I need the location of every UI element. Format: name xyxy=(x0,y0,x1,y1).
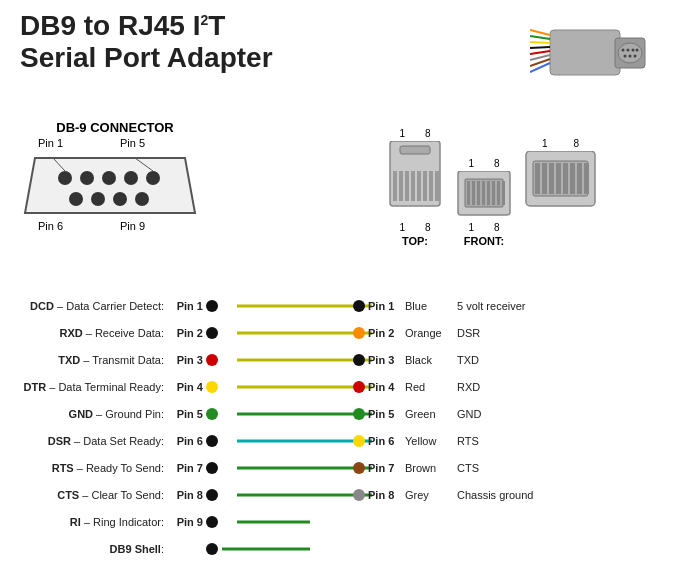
rj45-top-bot1: 1 xyxy=(399,222,405,233)
svg-rect-38 xyxy=(435,171,439,201)
db9-pin-label-2: Pin 3 xyxy=(168,354,206,366)
title-line1: DB9 to RJ45 I2T xyxy=(20,10,273,42)
rj45-top-pin1: 1 xyxy=(399,128,405,139)
svg-rect-43 xyxy=(477,181,480,205)
rj45-color-1: Orange xyxy=(405,327,457,339)
svg-point-22 xyxy=(146,171,160,185)
row-label-6: RTS – Ready To Send: xyxy=(0,462,168,474)
db9-dot-0 xyxy=(206,300,218,312)
db9-dot-9 xyxy=(206,543,218,555)
svg-rect-31 xyxy=(393,171,397,201)
rj45-signal-1: DSR xyxy=(457,327,480,339)
rj45-section: 1 8 xyxy=(385,128,598,247)
wire-space-0 xyxy=(218,292,353,319)
svg-point-4 xyxy=(627,49,630,52)
svg-rect-52 xyxy=(542,163,547,194)
title-area: DB9 to RJ45 I2T Serial Port Adapter xyxy=(20,10,273,74)
rj45-signal-7: Chassis ground xyxy=(457,489,533,501)
rj45-front-bot1: 1 xyxy=(468,222,474,233)
svg-rect-0 xyxy=(550,30,620,75)
rj45-front-pin8: 8 xyxy=(494,158,500,169)
svg-rect-51 xyxy=(535,163,540,194)
db9-pin-label-8: Pin 9 xyxy=(168,516,206,528)
wire-row-9: DB9 Shell: xyxy=(0,535,690,562)
rj45-dot-6 xyxy=(353,462,365,474)
wire-space-5 xyxy=(218,427,353,454)
rj45-dot-2 xyxy=(353,354,365,366)
rj45-pin-label-6: Pin 7 xyxy=(365,462,405,474)
svg-rect-45 xyxy=(487,181,490,205)
db9-dot-3 xyxy=(206,381,218,393)
svg-rect-46 xyxy=(492,181,495,205)
rj45-front-label: FRONT: xyxy=(464,235,504,247)
svg-point-8 xyxy=(629,55,632,58)
wire-row-8: RI – Ring Indicator:Pin 9 xyxy=(0,508,690,535)
rj45-pin-label-7: Pin 8 xyxy=(365,489,405,501)
svg-rect-57 xyxy=(577,163,582,194)
wire-row-6: RTS – Ready To Send:Pin 7Pin 7BrownCTS xyxy=(0,454,690,481)
rj45-front-bot8: 8 xyxy=(494,222,500,233)
db9-dot-1 xyxy=(206,327,218,339)
svg-point-20 xyxy=(102,171,116,185)
db9-dot-4 xyxy=(206,408,218,420)
svg-rect-48 xyxy=(502,181,505,205)
rj45-pin-label-2: Pin 3 xyxy=(365,354,405,366)
db9-pin-label-4: Pin 5 xyxy=(168,408,206,420)
svg-point-24 xyxy=(91,192,105,206)
rj45-signal-2: TXD xyxy=(457,354,479,366)
rj45-color-7: Grey xyxy=(405,489,457,501)
svg-line-14 xyxy=(530,51,550,54)
rj45-top-bot8: 8 xyxy=(425,222,431,233)
svg-rect-41 xyxy=(467,181,470,205)
db9-pin-label-7: Pin 8 xyxy=(168,489,206,501)
rj45-dot-5 xyxy=(353,435,365,447)
rj45-color-6: Brown xyxy=(405,462,457,474)
rj45-signal-5: RTS xyxy=(457,435,479,447)
rj45-signal-0: 5 volt receiver xyxy=(457,300,525,312)
db9-pin-label-6: Pin 7 xyxy=(168,462,206,474)
svg-rect-42 xyxy=(472,181,475,205)
row-label-5: DSR – Data Set Ready: xyxy=(0,435,168,447)
rj45-pin-label-5: Pin 6 xyxy=(365,435,405,447)
svg-point-25 xyxy=(113,192,127,206)
svg-line-10 xyxy=(530,30,550,35)
svg-point-21 xyxy=(124,171,138,185)
wire-space-2 xyxy=(218,346,353,373)
db9-pin5-label: Pin 5 xyxy=(120,137,145,149)
adapter-image xyxy=(530,10,670,100)
row-label-1: RXD – Receive Data: xyxy=(0,327,168,339)
wire-space-7 xyxy=(218,481,353,508)
row-label-9: DB9 Shell: xyxy=(0,543,168,555)
rj45-right-pin8: 8 xyxy=(574,138,580,149)
db9-dot-8 xyxy=(206,516,218,528)
wire-space-3 xyxy=(218,373,353,400)
svg-point-18 xyxy=(58,171,72,185)
svg-rect-30 xyxy=(400,146,430,154)
svg-point-3 xyxy=(622,49,625,52)
svg-rect-56 xyxy=(570,163,575,194)
db9-dot-5 xyxy=(206,435,218,447)
wire-row-0: DCD – Data Carrier Detect:Pin 1Pin 1Blue… xyxy=(0,292,690,319)
svg-rect-47 xyxy=(497,181,500,205)
db9-dot-2 xyxy=(206,354,218,366)
svg-point-6 xyxy=(636,49,639,52)
row-label-4: GND – Ground Pin: xyxy=(0,408,168,420)
wire-row-3: DTR – Data Terminal Ready:Pin 4Pin 4RedR… xyxy=(0,373,690,400)
rj45-pin-label-1: Pin 2 xyxy=(365,327,405,339)
db9-pin9-label: Pin 9 xyxy=(120,220,145,232)
wire-row-2: TXD – Transmit Data:Pin 3Pin 3BlackTXD xyxy=(0,346,690,373)
wire-space-1 xyxy=(218,319,353,346)
row-label-8: RI – Ring Indicator: xyxy=(0,516,168,528)
svg-rect-34 xyxy=(411,171,415,201)
rj45-pin-label-4: Pin 5 xyxy=(365,408,405,420)
rj45-signal-3: RXD xyxy=(457,381,480,393)
svg-rect-33 xyxy=(405,171,409,201)
svg-rect-35 xyxy=(417,171,421,201)
rj45-color-4: Green xyxy=(405,408,457,420)
svg-point-19 xyxy=(80,171,94,185)
row-label-2: TXD – Transmit Data: xyxy=(0,354,168,366)
svg-rect-58 xyxy=(584,163,589,194)
svg-point-2 xyxy=(618,43,642,63)
svg-line-12 xyxy=(530,42,550,43)
rj45-color-5: Yellow xyxy=(405,435,457,447)
